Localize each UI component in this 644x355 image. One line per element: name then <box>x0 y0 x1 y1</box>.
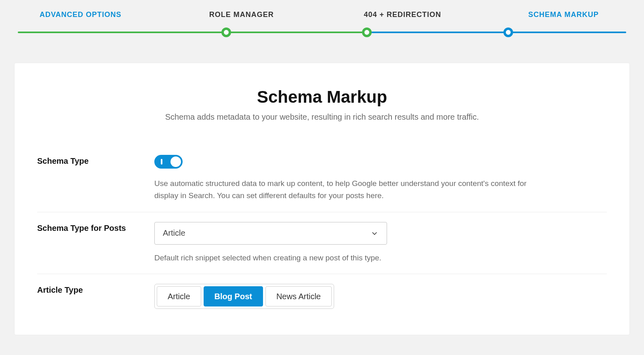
setup-stepper: ADVANCED OPTIONS ROLE MANAGER 404 + REDI… <box>0 0 644 40</box>
settings-card: Schema Markup Schema adds metadata to yo… <box>15 63 629 335</box>
article-type-option-blog-post[interactable]: Blog Post <box>204 286 263 306</box>
label-article-type: Article Type <box>37 284 154 295</box>
article-type-option-news-article[interactable]: News Article <box>265 286 332 306</box>
step-schema-markup[interactable]: SCHEMA MARKUP <box>483 11 644 19</box>
progress-line-green <box>18 32 368 33</box>
page-subtitle: Schema adds metadata to your website, re… <box>37 112 607 122</box>
select-value: Article <box>163 228 185 238</box>
row-schema-type: Schema Type Use automatic structured dat… <box>37 145 607 212</box>
label-schema-type: Schema Type <box>37 155 154 166</box>
row-article-type: Article Type Article Blog Post News Arti… <box>37 274 607 319</box>
step-advanced-options[interactable]: ADVANCED OPTIONS <box>0 11 161 19</box>
step-node-2 <box>221 27 231 37</box>
chevron-down-icon <box>370 229 379 237</box>
schema-type-toggle[interactable] <box>154 155 183 169</box>
step-404-redirection[interactable]: 404 + REDIRECTION <box>322 11 483 19</box>
page-title: Schema Markup <box>37 87 607 107</box>
schema-type-posts-desc: Default rich snippet selected when creat… <box>154 252 542 264</box>
step-node-3 <box>362 27 372 37</box>
schema-type-posts-select[interactable]: Article <box>154 222 387 245</box>
toggle-on-indicator-icon <box>161 159 162 165</box>
toggle-knob-icon <box>170 156 181 167</box>
article-type-group: Article Blog Post News Article <box>154 284 334 309</box>
row-schema-type-posts: Schema Type for Posts Article Default ri… <box>37 212 607 274</box>
step-node-4 <box>503 27 513 37</box>
label-schema-type-posts: Schema Type for Posts <box>37 222 154 233</box>
step-role-manager[interactable]: ROLE MANAGER <box>161 11 322 19</box>
progress-line-blue <box>368 32 626 33</box>
article-type-option-article[interactable]: Article <box>157 286 201 306</box>
schema-type-desc: Use automatic structured data to mark up… <box>154 178 542 202</box>
